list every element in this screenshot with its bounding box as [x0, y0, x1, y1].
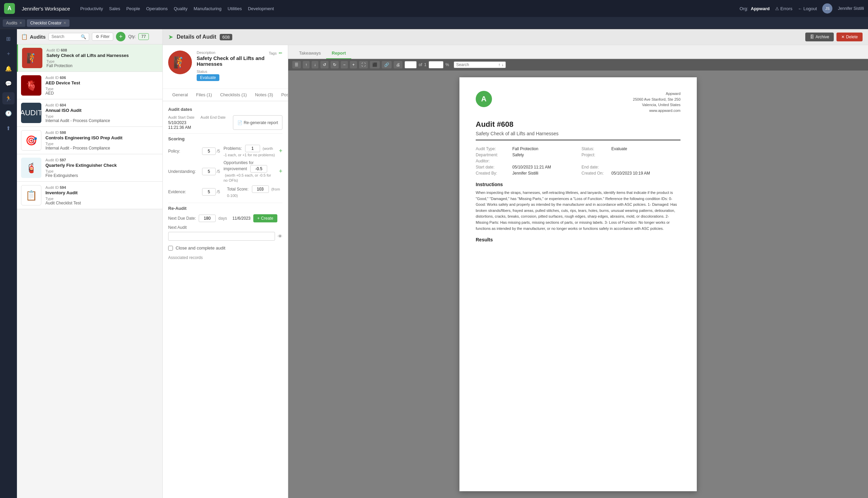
create-reaudit-button[interactable]: + Create [253, 214, 277, 222]
search-icon: 🔍 [81, 34, 86, 39]
pdf-search-input[interactable] [456, 62, 497, 67]
ofi-add-button[interactable]: + [279, 168, 283, 175]
regen-report-button[interactable]: 📄 Re-generate report [233, 115, 282, 130]
audits-search-box[interactable]: 🔍 [49, 33, 89, 41]
sidebar-icons: ⊞ ＋ 🔔 💬 🏃 🕐 ⬆ [0, 29, 17, 498]
report-tab[interactable]: Report [326, 48, 351, 59]
close-complete-checkbox[interactable] [168, 246, 173, 250]
sidebar-upload-icon[interactable]: ⬆ [2, 122, 15, 134]
tab-notes[interactable]: Notes (3) [251, 89, 277, 101]
audit-avatar: 🧗 [168, 51, 192, 74]
pdf-search-down-button[interactable]: ↓ [501, 62, 503, 67]
nav-people[interactable]: People [126, 6, 140, 11]
pdf-rotate-ccw-button[interactable]: ↺ [320, 61, 329, 68]
tab-files[interactable]: Files (1) [192, 89, 216, 101]
understanding-label: Understanding: [168, 169, 202, 174]
tab-checklist-creator[interactable]: Checklist Creator ✕ [27, 19, 69, 27]
audit-thumb: 🫀 [21, 75, 41, 96]
logout-link[interactable]: ← Logout [798, 6, 817, 11]
reaudit-section: Re-Audit Next Due Date: days 11/6/2023 +… [168, 206, 282, 241]
add-audit-button[interactable]: + [116, 32, 126, 41]
pdf-print-button[interactable]: 🖨 [394, 61, 403, 68]
pdf-page-input[interactable]: 1 [405, 61, 417, 68]
nav-sales[interactable]: Sales [109, 6, 120, 11]
pdf-select-button[interactable]: ⬛ [370, 61, 380, 68]
eye-icon[interactable]: 👁 [278, 234, 282, 239]
problems-add-button[interactable]: + [279, 147, 283, 155]
audit-item[interactable]: 📋 Audit ID 594 Inventory Audit Type Audi… [17, 182, 162, 209]
sidebar-grid-icon[interactable]: ⊞ [2, 32, 15, 45]
audit-thumb: 🧗 [22, 48, 42, 68]
nav-development[interactable]: Development [248, 6, 274, 11]
ofi-input[interactable] [250, 165, 267, 172]
pdf-menu-button[interactable]: ☰ [292, 61, 301, 68]
delete-icon: ✕ [841, 35, 845, 39]
company-city: Valencia, United States [633, 102, 681, 108]
pdf-up-button[interactable]: ↑ [303, 61, 310, 68]
pdf-link-button[interactable]: 🔗 [382, 61, 392, 68]
pdf-zoom-out-button[interactable]: − [341, 61, 348, 68]
meta-value: Safety [510, 152, 581, 158]
audit-item[interactable]: 🧗 Audit ID 608 Safety Check of all Lifts… [17, 44, 162, 72]
audit-info: Audit ID 594 Inventory Audit Type Audit … [45, 185, 158, 206]
next-audit-input[interactable] [168, 232, 275, 241]
audit-item[interactable]: 🎯 Audit ID 598 Controls Engineering ISO … [17, 127, 162, 154]
total-label: Total Score: [227, 187, 249, 192]
meta-label: End date: [581, 164, 609, 170]
sidebar-clock-icon[interactable]: 🕐 [2, 107, 15, 119]
audit-item[interactable]: AUDIT Audit ID 604 Annual ISO Audit Type… [17, 99, 162, 127]
meta-label: Start date: [476, 164, 510, 170]
meta-value [609, 164, 681, 170]
pdf-search-up-button[interactable]: ↑ [498, 62, 500, 67]
pdf-rotate-cw-button[interactable]: ↻ [331, 61, 339, 68]
pdf-zoom-input[interactable]: 80 [429, 61, 444, 68]
desc-value: Safety Check of all Lifts and Harnesses [197, 55, 269, 67]
audit-item[interactable]: 🧯 Audit ID 597 Quarterly Fire Extinguish… [17, 154, 162, 182]
tab-checklist-close[interactable]: ✕ [63, 21, 66, 25]
sidebar-chat-icon[interactable]: 💬 [2, 77, 15, 90]
archive-button[interactable]: 🗄 Archive [805, 32, 834, 41]
sidebar-add-icon[interactable]: ＋ [2, 48, 15, 60]
tab-audits[interactable]: Audits ✕ [3, 19, 25, 27]
nav-utilities[interactable]: Utilities [227, 6, 242, 11]
policy-input[interactable] [202, 147, 216, 155]
tab-checklists[interactable]: Checklists (1) [216, 89, 251, 101]
nav-operations[interactable]: Operations [146, 6, 168, 11]
audits-search-input[interactable] [52, 34, 81, 39]
audit-type-value: AED [45, 91, 158, 96]
delete-button[interactable]: ✕ Delete [837, 32, 863, 41]
sidebar-bell-icon[interactable]: 🔔 [2, 62, 15, 75]
meta-value [510, 158, 581, 164]
errors-link[interactable]: ⚠ Errors [775, 6, 792, 11]
pdf-fit-button[interactable]: ⛶ [359, 61, 368, 68]
tab-general[interactable]: General [168, 89, 192, 101]
audit-item[interactable]: 🫀 Audit ID 606 AED Device Test Type AED [17, 72, 162, 99]
nav-quality[interactable]: Quality [174, 6, 187, 11]
next-due-label: Next Due Date: [168, 216, 196, 221]
sidebar-runner-icon[interactable]: 🏃 [2, 92, 15, 104]
pdf-zoom-in-button[interactable]: + [350, 61, 357, 68]
total-input[interactable] [252, 185, 269, 193]
audit-type-value: Fall Protection [47, 63, 158, 68]
tab-posts[interactable]: Posts [277, 89, 288, 101]
takeaways-tab[interactable]: Takeaways [294, 48, 326, 59]
nav-productivity[interactable]: Productivity [80, 6, 103, 11]
filter-button[interactable]: ⚙ Filter [92, 32, 114, 41]
understanding-input[interactable] [202, 168, 216, 175]
app-logo[interactable]: A [4, 3, 15, 14]
evidence-denom: /5 [217, 189, 220, 194]
next-due-days-input[interactable] [199, 214, 216, 222]
nav-manufacturing[interactable]: Manufacturing [194, 6, 221, 11]
pdf-search-box[interactable]: ↑ ↓ [454, 61, 506, 68]
back-icon[interactable]: ➤ [168, 33, 173, 41]
audit-name: Annual ISO Audit [45, 108, 158, 113]
tags-edit-icon[interactable]: ✏ [279, 51, 282, 56]
audit-info: Audit ID 598 Controls Engineering ISO Pr… [45, 131, 158, 150]
problems-input[interactable] [245, 145, 260, 152]
user-avatar[interactable]: JS [822, 3, 832, 14]
pdf-of-label: of [419, 62, 422, 67]
evidence-input[interactable] [202, 188, 216, 196]
details-header: ➤ Details of Audit 608 🗄 Archive ✕ Delet… [163, 29, 868, 45]
pdf-down-button[interactable]: ↓ [312, 61, 318, 68]
tab-audits-close[interactable]: ✕ [19, 21, 22, 25]
